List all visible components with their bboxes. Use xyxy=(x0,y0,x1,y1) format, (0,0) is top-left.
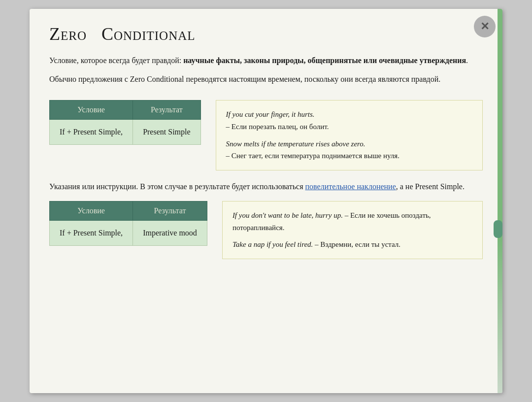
example-box-1: If you cut your finger, it hurts. – Если… xyxy=(216,100,483,170)
table1-row1-col1: If + Present Simple, xyxy=(50,120,133,145)
main-card: ✕ Zero Conditional Условие, которое всег… xyxy=(30,9,502,393)
table1-header-condition: Условие xyxy=(50,100,133,120)
title-conditional: Conditional xyxy=(101,24,196,44)
page-title: Zero Conditional xyxy=(49,24,483,44)
instruction-paragraph: Указания или инструкции. В этом случае в… xyxy=(49,180,483,193)
intro-text-bold: научные факты, законы природы, общеприня… xyxy=(183,56,466,65)
intro-text-end: . xyxy=(466,56,468,65)
intro-paragraph-1: Условие, которое всегда будет правдой: н… xyxy=(49,54,483,67)
table1-header-result: Результат xyxy=(133,100,200,120)
table1-row1-col2: Present Simple xyxy=(133,120,200,145)
example2-line2-eng: Take a nap if you feel tired. xyxy=(233,240,313,248)
scrollbar-thumb[interactable] xyxy=(494,220,502,238)
example2-line1-eng: If you don't want to be late, hurry up. xyxy=(233,211,343,219)
table2-header-result: Результат xyxy=(133,201,207,220)
example1-line1-eng: If you cut your finger, it hurts. xyxy=(226,110,315,118)
imperative-link[interactable]: повелительное наклонение xyxy=(305,182,396,191)
table2-header-condition: Условие xyxy=(50,201,133,220)
example1-line2-rus: – Снег тает, если температура поднимаетс… xyxy=(226,152,399,160)
section-row-2: Условие Результат If + Present Simple, I… xyxy=(49,201,483,259)
instruction-text-after: , а не Present Simple. xyxy=(396,182,465,191)
close-button[interactable]: ✕ xyxy=(474,16,496,37)
example2-line2-rus: – Вздремни, если ты устал. xyxy=(315,240,400,248)
table2-row1-col2: Imperative mood xyxy=(133,220,207,245)
close-icon: ✕ xyxy=(480,21,489,32)
grammar-table-2: Условие Результат If + Present Simple, I… xyxy=(49,201,207,246)
example1-line1-rus: – Если порезать палец, он болит. xyxy=(226,123,329,131)
example-box-2: If you don't want to be late, hurry up. … xyxy=(222,201,483,259)
instruction-text-before: Указания или инструкции. В этом случае в… xyxy=(49,182,305,191)
section-row-1: Условие Результат If + Present Simple, P… xyxy=(49,100,483,170)
intro-paragraph-2: Обычно предложения с Zero Conditional пе… xyxy=(49,73,483,86)
title-zero: Zero xyxy=(49,24,87,44)
intro-text-start: Условие, которое всегда будет правдой: xyxy=(49,56,183,65)
table2-row1-col1: If + Present Simple, xyxy=(50,220,133,245)
grammar-table-1: Условие Результат If + Present Simple, P… xyxy=(49,100,201,145)
scrollbar-track[interactable] xyxy=(498,9,502,393)
example1-line2-eng: Snow melts if the temperature rises abov… xyxy=(226,140,366,148)
